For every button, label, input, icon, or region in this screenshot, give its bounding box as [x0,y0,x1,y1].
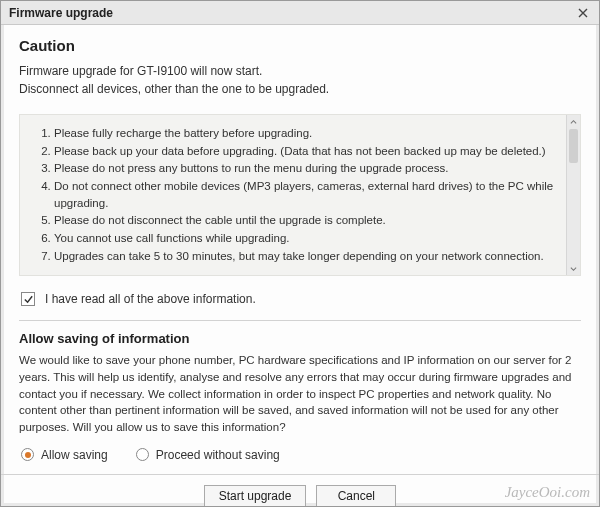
acknowledge-checkbox[interactable] [21,292,35,306]
instruction-item: Upgrades can take 5 to 30 minutes, but m… [54,248,560,265]
instruction-item: Do not connect other mobile devices (MP3… [54,178,560,211]
instruction-item: Please back up your data before upgradin… [54,143,560,160]
content-area: Caution Firmware upgrade for GT-I9100 wi… [1,25,599,506]
radio-allow[interactable] [21,448,34,461]
radio-proceed-label: Proceed without saving [156,448,280,462]
divider [19,320,581,321]
acknowledge-row: I have read all of the above information… [19,292,581,306]
button-row: Start upgrade Cancel [1,474,599,506]
window-title: Firmware upgrade [9,6,571,20]
radio-option-proceed[interactable]: Proceed without saving [136,448,280,462]
instruction-item: You cannot use call functions while upgr… [54,230,560,247]
scroll-up-icon[interactable] [567,115,580,129]
instructions-list: Please fully recharge the battery before… [24,125,560,265]
radio-option-allow[interactable]: Allow saving [21,448,108,462]
close-icon[interactable] [571,4,595,22]
scroll-thumb[interactable] [569,129,578,163]
scrollbar[interactable] [566,115,580,275]
radio-dot-icon [25,452,31,458]
firmware-upgrade-dialog: Firmware upgrade Caution Firmware upgrad… [0,0,600,507]
instructions-panel: Please fully recharge the battery before… [19,114,581,276]
instruction-item: Please fully recharge the battery before… [54,125,560,142]
allow-heading: Allow saving of information [19,331,581,346]
titlebar: Firmware upgrade [1,1,599,25]
acknowledge-label: I have read all of the above information… [45,292,256,306]
instruction-item: Please do not disconnect the cable until… [54,212,560,229]
allow-text: We would like to save your phone number,… [19,352,581,435]
instruction-item: Please do not press any buttons to run t… [54,160,560,177]
start-upgrade-button[interactable]: Start upgrade [204,485,307,506]
radio-allow-label: Allow saving [41,448,108,462]
cancel-button[interactable]: Cancel [316,485,396,506]
caution-line-1: Firmware upgrade for GT-I9100 will now s… [19,62,581,80]
caution-heading: Caution [19,37,581,54]
radio-group: Allow saving Proceed without saving [19,448,581,462]
scroll-down-icon[interactable] [567,261,580,275]
caution-line-2: Disconnect all devices, other than the o… [19,80,581,98]
radio-proceed[interactable] [136,448,149,461]
